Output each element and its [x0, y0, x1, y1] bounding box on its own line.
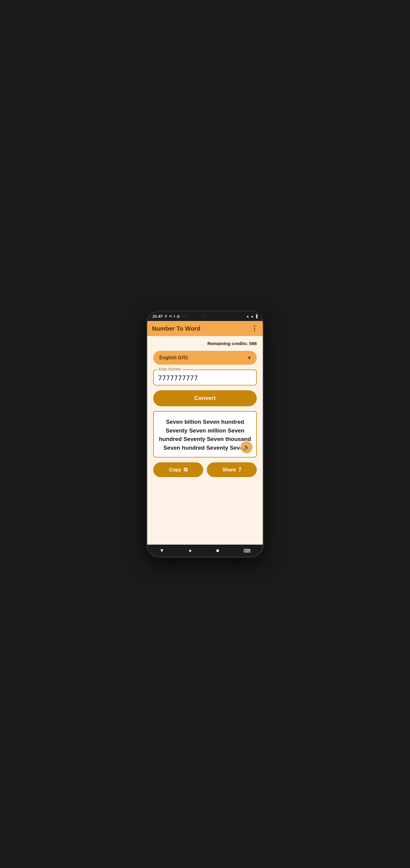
main-content: Remaining credits: 598 English (US) ▾ En… [147, 336, 263, 545]
settings-icon: ⚙ [164, 314, 167, 318]
status-bar-left: 21:47 ⚙ ✉ ℹ ▤ · ··· [152, 314, 187, 318]
copy-label: Copy [169, 467, 181, 472]
recent-nav-button[interactable]: ■ [210, 547, 225, 555]
email-icon: ✉ [169, 314, 172, 318]
status-bar-right: ▲ ▲ ▐ [246, 314, 258, 318]
result-box: Seven billion Seven hundred Seventy Seve… [153, 411, 257, 458]
signal-status-icon: ▲ [250, 314, 254, 318]
battery-status-icon: ▐ [255, 314, 258, 318]
action-buttons: Copy ⧉ Share ⤴ [153, 462, 257, 477]
bottom-nav: ▼ ● ■ ⌨ [147, 545, 263, 557]
back-nav-button[interactable]: ▼ [153, 547, 170, 555]
status-time: 21:47 [152, 314, 163, 318]
share-button[interactable]: Share ⤴ [207, 462, 257, 477]
number-input[interactable] [158, 373, 252, 382]
share-label: Share [223, 467, 236, 472]
phone-frame: 21:47 ⚙ ✉ ℹ ▤ · ··· ▲ ▲ ▐ Number To Word… [146, 310, 264, 558]
camera-dot [203, 314, 207, 317]
number-input-container: Enter Number [153, 370, 257, 385]
language-label: English (US) [159, 355, 188, 361]
app-bar: Number To Word ⋮ [147, 321, 263, 336]
speaker-icon: 🔊 [243, 444, 250, 451]
copy-button[interactable]: Copy ⧉ [153, 462, 203, 477]
wifi-status-icon: ▲ [246, 314, 249, 318]
more-icon: ··· [184, 314, 187, 318]
menu-icon[interactable]: ⋮ [251, 324, 258, 333]
keyboard-nav-button[interactable]: ⌨ [238, 547, 257, 555]
input-label: Enter Number [158, 367, 182, 371]
convert-button[interactable]: Convert [153, 390, 257, 406]
copy-icon: ⧉ [184, 467, 187, 473]
bookmark-icon: ▤ [177, 314, 180, 318]
credits-row: Remaining credits: 598 [153, 341, 257, 346]
result-text: Seven billion Seven hundred Seventy Seve… [159, 418, 251, 452]
home-nav-button[interactable]: ● [183, 547, 198, 555]
speaker-button[interactable]: 🔊 [241, 441, 252, 453]
app-title: Number To Word [152, 325, 200, 332]
language-dropdown[interactable]: English (US) ▾ [153, 351, 257, 365]
share-icon: ⤴ [238, 467, 241, 473]
info-icon: ℹ [174, 314, 175, 318]
chevron-down-icon: ▾ [248, 354, 251, 361]
app-screen: Number To Word ⋮ Remaining credits: 598 … [147, 321, 263, 545]
dot-icon: · [181, 314, 182, 318]
credits-text: Remaining credits: 598 [207, 341, 257, 346]
